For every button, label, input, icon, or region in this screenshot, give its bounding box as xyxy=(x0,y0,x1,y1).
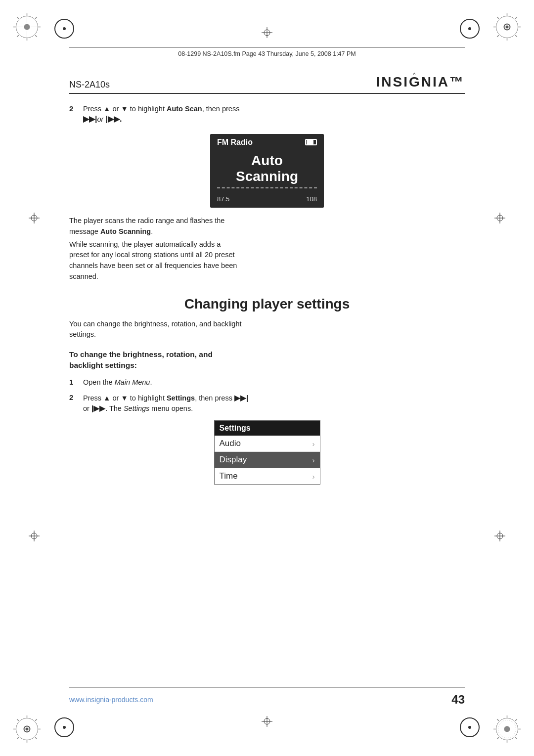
svg-line-34 xyxy=(17,737,19,739)
settings-step1-text: Open the Main Menu. xyxy=(83,377,465,387)
corner-mark-tl xyxy=(13,13,41,41)
svg-line-8 xyxy=(17,35,19,37)
svg-line-35 xyxy=(35,737,37,739)
svg-line-21 xyxy=(497,17,499,19)
fm-radio-step2: 2 Press ▲ or ▼ to highlight Auto Scan, t… xyxy=(69,104,465,125)
scan-line2: Scanning xyxy=(217,169,317,184)
reg-circle-br xyxy=(460,717,480,737)
progress-bar xyxy=(217,187,317,188)
settings-label-audio: Audio xyxy=(220,439,241,448)
settings-label-display: Display xyxy=(220,455,247,465)
svg-point-38 xyxy=(504,726,510,732)
settings-arrow-audio: › xyxy=(312,440,315,448)
settings-step2: 2 Press ▲ or ▼ to highlight Settings, th… xyxy=(69,393,465,414)
settings-row-display: Display › xyxy=(215,452,320,468)
section-heading: Changing player settings xyxy=(69,296,465,312)
svg-line-24 xyxy=(515,35,517,37)
step2-row: 2 Press ▲ or ▼ to highlight Auto Scan, t… xyxy=(69,104,465,125)
svg-line-43 xyxy=(497,719,499,721)
settings-row-audio: Audio › xyxy=(215,436,320,452)
settings-step1-number: 1 xyxy=(69,377,83,386)
fm-radio-title: FM Radio xyxy=(217,138,253,147)
doc-header: NS-2A10s INSIG^NIA™ xyxy=(69,74,465,94)
corner-mark-tr xyxy=(493,13,521,41)
settings-screen-container: Settings Audio › Display › Time › xyxy=(69,420,465,485)
battery-icon xyxy=(305,139,317,145)
freq-low: 87.5 xyxy=(217,195,229,203)
fm-radio-screen: FM Radio Auto Scanning 87.5 108 xyxy=(210,134,324,208)
header-bar: 08-1299 NS-2A10S.fm Page 43 Thursday, Ju… xyxy=(69,47,465,57)
description-block: The player scans the radio range and fla… xyxy=(69,216,465,282)
freq-high: 108 xyxy=(306,195,317,203)
reg-circle-tl xyxy=(54,19,74,39)
settings-label-settings: Settings xyxy=(220,424,251,433)
svg-line-46 xyxy=(515,737,517,739)
screen-content: Auto Scanning xyxy=(217,148,317,194)
desc-para1: The player scans the radio range and fla… xyxy=(69,216,465,237)
screen-header-row: FM Radio xyxy=(217,138,317,147)
svg-line-33 xyxy=(35,719,37,721)
battery-fill xyxy=(307,140,313,144)
model-number: NS-2A10s xyxy=(69,80,110,90)
reg-circle-tr xyxy=(460,19,480,39)
settings-label-time: Time xyxy=(220,471,238,481)
scan-line1: Auto xyxy=(217,153,317,169)
svg-line-23 xyxy=(497,35,499,37)
settings-screen: Settings Audio › Display › Time › xyxy=(214,420,320,485)
svg-line-9 xyxy=(35,35,37,37)
svg-line-32 xyxy=(17,719,19,721)
settings-arrow-time: › xyxy=(312,472,315,481)
reg-mark-top-center xyxy=(262,27,272,40)
brand-logo: INSIG^NIA™ xyxy=(376,74,465,90)
reg-mark-right-top xyxy=(494,213,505,225)
doc-footer: www.insignia-products.com 43 xyxy=(69,687,465,707)
svg-line-45 xyxy=(497,737,499,739)
header-meta-text: 08-1299 NS-2A10S.fm Page 43 Thursday, Ju… xyxy=(178,50,356,57)
reg-circle-bl xyxy=(54,717,74,737)
svg-point-1 xyxy=(24,24,30,30)
settings-arrow-display: › xyxy=(312,456,315,464)
step2-text: Press ▲ or ▼ to highlight Auto Scan, the… xyxy=(83,104,465,125)
settings-row-time: Time › xyxy=(215,468,320,484)
subsection-heading: To change the brightness, rotation, andb… xyxy=(69,349,465,370)
settings-step2-number: 2 xyxy=(69,393,83,401)
svg-line-7 xyxy=(35,17,37,19)
main-content: NS-2A10s INSIG^NIA™ 2 Press ▲ or ▼ to hi… xyxy=(69,74,465,687)
footer-url[interactable]: www.insignia-products.com xyxy=(69,696,153,704)
reg-mark-left-top xyxy=(29,213,40,225)
battery-area xyxy=(305,139,317,145)
reg-mark-right-bottom xyxy=(494,531,505,543)
svg-point-27 xyxy=(26,728,29,731)
step2-number: 2 xyxy=(69,104,83,113)
reg-mark-left-bottom xyxy=(29,531,40,543)
svg-line-44 xyxy=(515,719,517,721)
svg-point-16 xyxy=(506,26,509,29)
settings-row-header: Settings xyxy=(215,421,320,436)
footer-page-number: 43 xyxy=(451,693,465,707)
fm-radio-screen-container: FM Radio Auto Scanning 87.5 108 xyxy=(69,134,465,208)
svg-line-6 xyxy=(17,17,19,19)
section-intro: You can change the brightness, rotation,… xyxy=(69,319,465,341)
svg-line-22 xyxy=(515,17,517,19)
settings-step1: 1 Open the Main Menu. xyxy=(69,377,465,387)
reg-mark-bottom-center xyxy=(262,716,272,729)
screen-footer: 87.5 108 xyxy=(217,194,317,203)
desc-para2: While scanning, the player automatically… xyxy=(69,239,465,282)
settings-step2-text: Press ▲ or ▼ to highlight Settings, then… xyxy=(83,393,465,414)
corner-mark-bl xyxy=(13,715,41,743)
corner-mark-br xyxy=(493,715,521,743)
